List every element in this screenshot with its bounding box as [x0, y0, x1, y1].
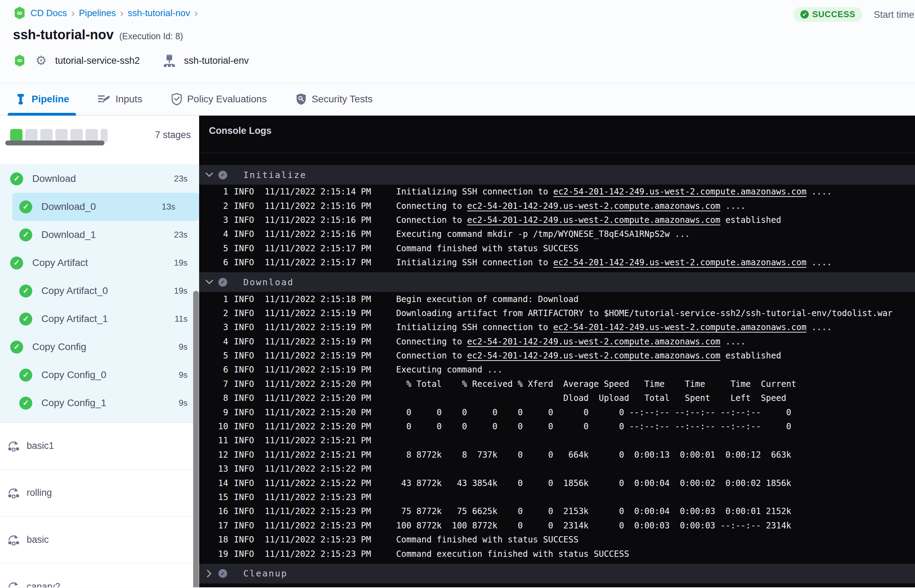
service-gear-icon: ⚙ [36, 53, 47, 68]
chevron-down-icon[interactable] [205, 173, 214, 177]
policy-shield-icon [171, 93, 182, 105]
stage-duration: 9s [179, 398, 188, 408]
log-host-link[interactable]: ec2-54-201-142-249.us-west-2.compute.ama… [553, 187, 806, 197]
log-message: Command finished with status SUCCESS [396, 244, 579, 254]
pipeline-row-basic[interactable]: basic [0, 517, 199, 564]
stage-name: Copy Artifact_1 [41, 313, 108, 325]
breadcrumb-link-pipelines[interactable]: Pipelines [79, 8, 116, 19]
chevron-right-icon: › [71, 8, 75, 18]
log-message: Dload Upload Total Spent Left Speed [396, 393, 786, 403]
success-check-icon: ✓ [800, 10, 809, 19]
log-host-link[interactable]: ec2-54-201-142-249.us-west-2.compute.ama… [467, 337, 720, 347]
stage-success-icon: ✓ [10, 341, 23, 354]
log-message: 0 0 0 0 0 0 0 0 --:--:-- --:--:-- --:--:… [396, 422, 791, 431]
stage-row-copy-config_0[interactable]: ✓Copy Config_09s [0, 361, 199, 389]
chevron-right-icon[interactable] [205, 570, 214, 577]
inputs-icon [98, 93, 110, 105]
log-line-number: 10 [199, 422, 228, 431]
tab-pipeline[interactable]: Pipeline [8, 83, 76, 115]
log-timestamp: 11/11/2022 2:15:19 PM [265, 351, 372, 360]
log-line-number: 2 [199, 201, 228, 211]
log-host-link[interactable]: ec2-54-201-142-249.us-west-2.compute.ama… [553, 322, 806, 332]
log-level: INFO [234, 201, 255, 211]
environment-icon [163, 54, 176, 67]
stage-row-copy-config[interactable]: ✓Copy Config9s [0, 333, 199, 361]
service-name: tutorial-service-ssh2 [55, 55, 140, 66]
svg-text:∞: ∞ [17, 57, 23, 65]
execution-id-label: (Execution Id: 8) [119, 31, 183, 41]
log-timestamp: 11/11/2022 2:15:20 PM [265, 393, 372, 403]
rollback-icon [7, 534, 20, 546]
log-line-number: 19 [199, 549, 228, 559]
log-line-number: 16 [199, 506, 228, 516]
log-line-number: 15 [199, 492, 228, 502]
stage-blocks-scrollbar[interactable] [5, 141, 105, 145]
log-line: 3INFO11/11/2022 2:15:16 PMConnection to … [199, 213, 915, 227]
log-level: INFO [234, 309, 255, 318]
log-host-link[interactable]: ec2-54-201-142-249.us-west-2.compute.ama… [467, 215, 720, 225]
log-timestamp: 11/11/2022 2:15:23 PM [265, 535, 372, 544]
execution-sidebar: 7 stages ✓Download23s✓Download_013s✓Down… [0, 116, 199, 587]
log-level: INFO [234, 351, 255, 360]
log-message: 75 8772k 75 6625k 0 0 2153k 0 0:00:04 0:… [396, 506, 791, 516]
log-level: INFO [234, 407, 255, 417]
chevron-right-icon: › [120, 8, 124, 18]
stage-row-copy-artifact_1[interactable]: ✓Copy Artifact_111s [0, 305, 199, 333]
log-section-header-cleanup[interactable]: ✓Cleanup [199, 564, 915, 583]
log-line: 1INFO11/11/2022 2:15:14 PMInitializing S… [199, 185, 915, 199]
log-section-download: ✓Download1INFO11/11/2022 2:15:18 PMBegin… [199, 272, 915, 561]
sidebar-scrollbar-thumb[interactable] [193, 291, 199, 587]
log-line-number: 3 [199, 215, 228, 225]
stage-row-download_1[interactable]: ✓Download_123s [0, 221, 199, 249]
stage-success-icon: ✓ [19, 397, 32, 410]
stage-row-download_0[interactable]: ✓Download_013s [12, 193, 199, 221]
console-header: Console Logs [199, 116, 915, 153]
stage-duration: 11s [175, 314, 188, 324]
log-lines: 1INFO11/11/2022 2:15:18 PMBegin executio… [199, 292, 915, 561]
log-host-link[interactable]: ec2-54-201-142-249.us-west-2.compute.ama… [467, 201, 720, 211]
stage-row-copy-config_1[interactable]: ✓Copy Config_19s [0, 389, 199, 417]
pipeline-row-rolling[interactable]: rolling [0, 470, 199, 517]
log-level: INFO [234, 506, 255, 516]
breadcrumb-link-cd-docs[interactable]: CD Docs [31, 8, 67, 19]
pipeline-name: canary2 [27, 582, 60, 587]
log-message: Executing command mkdir -p /tmp/WYQNESE_… [396, 229, 690, 239]
log-section-header-download[interactable]: ✓Download [199, 272, 915, 292]
log-host-link[interactable]: ec2-54-201-142-249.us-west-2.compute.ama… [467, 351, 720, 360]
chevron-down-icon[interactable] [205, 279, 214, 284]
tab-security-tests[interactable]: Security Tests [289, 83, 380, 115]
log-line-number: 7 [199, 379, 228, 389]
log-message: 100 8772k 100 8772k 0 0 2314k 0 0:00:03 … [396, 521, 791, 530]
section-success-icon: ✓ [218, 569, 227, 578]
log-line: 8INFO11/11/2022 2:15:20 PM Dload Upload … [199, 391, 915, 405]
log-message: Initializing SSH connection to ec2-54-20… [396, 322, 832, 332]
log-line: 15INFO11/11/2022 2:15:23 PM [199, 490, 915, 504]
log-line-number: 4 [199, 337, 228, 347]
log-host-link[interactable]: ec2-54-201-142-249.us-west-2.compute.ama… [553, 258, 806, 267]
rollback-icon [7, 581, 20, 588]
log-timestamp: 11/11/2022 2:15:20 PM [265, 407, 372, 417]
pipeline-row-basic1[interactable]: basic1 [0, 423, 199, 470]
console-title: Console Logs [209, 126, 272, 136]
log-lines: 1INFO11/11/2022 2:15:14 PMInitializing S… [199, 185, 915, 270]
stage-row-copy-artifact_0[interactable]: ✓Copy Artifact_019s [0, 277, 199, 305]
section-name: Cleanup [243, 569, 288, 578]
stage-row-download[interactable]: ✓Download23s [0, 165, 199, 193]
stage-success-icon: ✓ [19, 200, 32, 213]
start-time-column-label: Start time [874, 10, 914, 20]
pipeline-row-canary2[interactable]: canary2 [0, 564, 199, 587]
log-line-number: 4 [199, 229, 228, 239]
stage-duration: 13s [162, 202, 175, 212]
log-section-header-initialize[interactable]: ✓Initialize [199, 165, 915, 185]
log-message: Initializing SSH connection to ec2-54-20… [396, 258, 832, 267]
log-timestamp: 11/11/2022 2:15:23 PM [265, 521, 372, 530]
log-line: 5INFO11/11/2022 2:15:17 PMCommand finish… [199, 241, 915, 255]
pipeline-name: rolling [27, 488, 52, 498]
log-level: INFO [234, 478, 255, 488]
breadcrumb-link-pipeline-name[interactable]: ssh-tutorial-nov [128, 8, 190, 19]
stage-row-copy-artifact[interactable]: ✓Copy Artifact19s [0, 249, 199, 277]
tab-policy-evaluations[interactable]: Policy Evaluations [164, 83, 274, 115]
log-line: 2INFO11/11/2022 2:15:19 PMDownloading ar… [199, 306, 915, 320]
tab-inputs[interactable]: Inputs [91, 83, 149, 115]
log-timestamp: 11/11/2022 2:15:23 PM [265, 492, 372, 502]
